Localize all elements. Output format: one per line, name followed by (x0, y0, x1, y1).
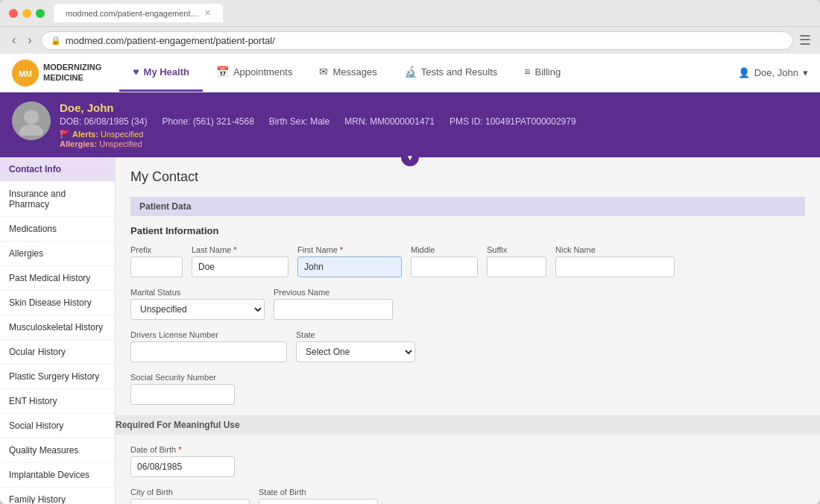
field-stateob: State of Birth Select One FL NY CA (259, 488, 378, 504)
field-dob: Date of Birth * (130, 445, 235, 477)
city-label: City of Birth (130, 488, 250, 497)
field-state: State Select One FL NY CA (296, 330, 415, 362)
field-lastname: Last Name * (192, 245, 288, 277)
patient-info: Doe, John DOB: 06/08/1985 (34) Phone: (5… (60, 101, 808, 148)
sidebar-item-ocular[interactable]: Ocular History (0, 340, 115, 365)
firstname-input[interactable] (297, 256, 402, 277)
svg-text:MM: MM (19, 69, 32, 78)
middle-input[interactable] (411, 256, 478, 277)
ssn-input[interactable] (130, 384, 235, 405)
patient-header: Doe, John DOB: 06/08/1985 (34) Phone: (5… (0, 92, 820, 157)
patient-birthsex: Birth Sex: Male (269, 116, 329, 127)
tab-close-icon[interactable]: ✕ (204, 8, 211, 18)
nav-tabs: ♥ My Health 📅 Appointments ✉ Messages 🔬 … (119, 54, 574, 92)
patient-dob: DOB: 06/08/1985 (34) (60, 116, 147, 127)
tab-tests[interactable]: 🔬 Tests and Results (391, 54, 511, 92)
sidebar-item-ent[interactable]: ENT History (0, 389, 115, 414)
suffix-label: Suffix (487, 245, 546, 254)
field-nickname: Nick Name (555, 245, 675, 277)
sidebar-item-skin-disease[interactable]: Skin Disease History (0, 291, 115, 315)
user-menu[interactable]: 👤 Doe, John ▾ (738, 67, 808, 78)
tab-billing[interactable]: ≡ Billing (511, 54, 574, 92)
marital-select[interactable]: Unspecified Single Married Divorced Wido… (130, 299, 265, 320)
logo-icon: MM (12, 60, 39, 86)
sidebar-item-quality[interactable]: Quality Measures (0, 438, 115, 463)
field-prefix: Prefix (130, 245, 183, 277)
user-name: Doe, John (754, 67, 798, 78)
svg-point-3 (19, 125, 43, 136)
field-license: Drivers License Number (130, 330, 287, 362)
tab-myhealth[interactable]: ♥ My Health (119, 54, 203, 92)
field-marital: Marital Status Unspecified Single Marrie… (130, 288, 265, 320)
firstname-label: First Name * (297, 245, 402, 254)
field-firstname: First Name * (297, 245, 402, 277)
required-section-title: Required For Meaningful Use (116, 420, 820, 430)
billing-icon: ≡ (524, 66, 530, 78)
tab-appointments-label: Appointments (233, 66, 293, 78)
main-content: Contact Info Insurance and Pharmacy Medi… (0, 157, 820, 504)
required-section: Required For Meaningful Use (116, 415, 820, 435)
sidebar-item-family[interactable]: Family History (0, 488, 115, 504)
prevname-input[interactable] (274, 299, 393, 320)
back-button[interactable]: ‹ (9, 32, 19, 48)
sidebar-item-social[interactable]: Social History (0, 414, 115, 438)
tab-appointments[interactable]: 📅 Appointments (203, 54, 306, 92)
sidebar-item-contact-info[interactable]: Contact Info (0, 157, 115, 182)
dob-input[interactable] (130, 456, 235, 477)
sidebar-item-implantable[interactable]: Implantable Devices (0, 463, 115, 488)
myhealth-icon: ♥ (133, 66, 139, 78)
alerts-label: 🚩 Alerts: Unspecified (60, 130, 143, 139)
tab-billing-label: Billing (534, 66, 561, 78)
sidebar: Contact Info Insurance and Pharmacy Medi… (0, 157, 116, 504)
state-select[interactable]: Select One FL NY CA (296, 341, 415, 362)
sidebar-item-allergies[interactable]: Allergies (0, 242, 115, 266)
stateob-select[interactable]: Select One FL NY CA (259, 499, 378, 504)
sidebar-item-plastic-surgery[interactable]: Plastic Surgery History (0, 365, 115, 389)
form-row-5: Date of Birth * (130, 445, 805, 477)
nickname-input[interactable] (555, 256, 675, 277)
sidebar-item-musculoskeletal[interactable]: Musculoskeletal History (0, 315, 115, 340)
lastname-input[interactable] (192, 256, 288, 277)
tests-icon: 🔬 (404, 66, 417, 78)
city-input[interactable] (130, 499, 250, 504)
license-label: Drivers License Number (130, 330, 287, 339)
prefix-label: Prefix (130, 245, 183, 254)
allergies-label: Allergies: Unspecified (60, 139, 142, 148)
marital-label: Marital Status (130, 288, 265, 297)
browser-menu-button[interactable]: ☰ (799, 32, 811, 48)
patient-info-title: Patient Information (130, 225, 805, 236)
sidebar-item-insurance[interactable]: Insurance and Pharmacy (0, 182, 115, 217)
tab-tests-label: Tests and Results (421, 66, 498, 78)
top-nav: MM MODERNIZINGMEDICINE ♥ My Health 📅 App… (0, 54, 820, 92)
forward-button[interactable]: › (25, 32, 34, 48)
form-row-3: Drivers License Number State Select One … (130, 330, 805, 362)
patient-pmsid: PMS ID: 100491PAT000002979 (450, 116, 576, 127)
address-input[interactable]: 🔒 modmed.com/patient-engagement/patient-… (41, 31, 793, 50)
license-input[interactable] (130, 341, 287, 362)
tab-messages[interactable]: ✉ Messages (306, 54, 390, 92)
sidebar-item-past-medical[interactable]: Past Medical History (0, 266, 115, 291)
page-title: My Contact (130, 169, 805, 185)
suffix-input[interactable] (487, 256, 546, 277)
prefix-input[interactable] (130, 256, 183, 277)
maximize-dot[interactable] (36, 9, 45, 18)
minimize-dot[interactable] (22, 9, 31, 18)
patient-data-section-header: Patient Data (130, 197, 805, 216)
field-ssn: Social Security Number (130, 373, 235, 405)
field-city: City of Birth (130, 488, 250, 504)
prevname-label: Previous Name (274, 288, 393, 297)
content-area: My Contact Patient Data Patient Informat… (116, 157, 820, 504)
sidebar-item-medications[interactable]: Medications (0, 217, 115, 242)
tab-title: modmed.com/patient-engagement/patient-po… (66, 9, 200, 18)
firstname-required: * (340, 245, 343, 254)
close-dot[interactable] (9, 9, 18, 18)
state-label: State (296, 330, 415, 339)
appointments-icon: 📅 (216, 66, 229, 78)
tab-messages-label: Messages (332, 66, 376, 78)
patient-name: Doe, John (60, 101, 808, 114)
browser-tab[interactable]: modmed.com/patient-engagement/patient-po… (54, 4, 223, 22)
patient-details: DOB: 06/08/1985 (34) Phone: (561) 321-45… (60, 116, 808, 127)
field-middle: Middle (411, 245, 478, 277)
lock-icon: 🔒 (51, 36, 61, 45)
expand-button[interactable]: ▼ (401, 148, 419, 166)
